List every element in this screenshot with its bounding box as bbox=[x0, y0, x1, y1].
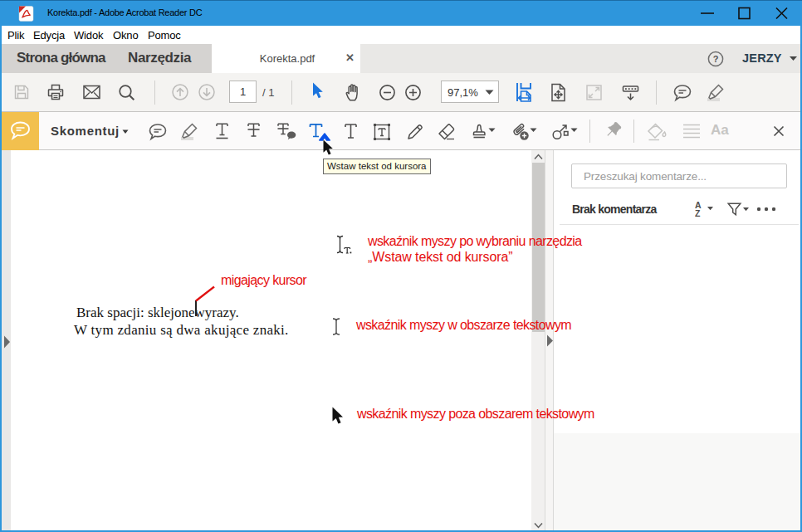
svg-text:Z: Z bbox=[695, 208, 701, 217]
svg-text:?: ? bbox=[713, 54, 719, 64]
